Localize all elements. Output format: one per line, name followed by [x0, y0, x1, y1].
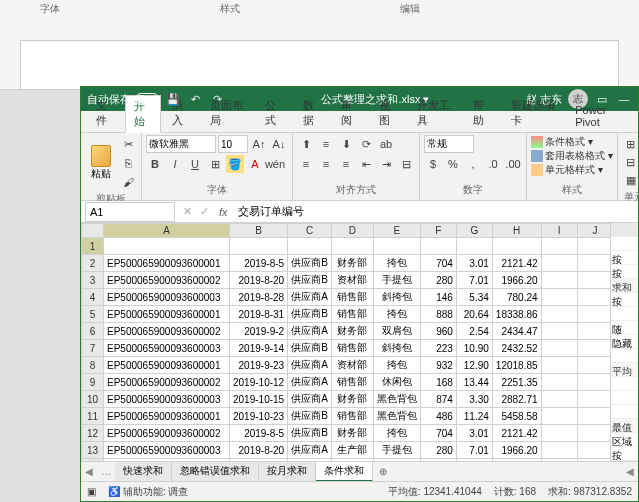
cell[interactable]: [577, 255, 613, 272]
cell[interactable]: 874: [420, 391, 456, 408]
cell[interactable]: [577, 306, 613, 323]
row-header-9[interactable]: 9: [82, 374, 104, 391]
cell[interactable]: 2019-8-28: [230, 289, 288, 306]
cell[interactable]: 704: [420, 255, 456, 272]
tab-公式[interactable]: 公式: [256, 94, 292, 132]
increase-font-icon[interactable]: A↑: [250, 135, 268, 153]
cell[interactable]: 供应商A: [288, 323, 332, 340]
sheet-tab-3[interactable]: 条件求和: [316, 462, 373, 482]
cell[interactable]: 2019-10-12: [230, 374, 288, 391]
align-left-icon[interactable]: ≡: [297, 155, 315, 173]
record-macro-icon[interactable]: ▣: [87, 486, 96, 497]
increase-decimal-icon[interactable]: .0: [484, 155, 502, 173]
col-header-F[interactable]: F: [420, 224, 456, 238]
cell[interactable]: 704: [420, 425, 456, 442]
comma-icon[interactable]: ,: [464, 155, 482, 173]
align-right-icon[interactable]: ≡: [337, 155, 355, 173]
row-header-12[interactable]: 12: [82, 425, 104, 442]
row-header-4[interactable]: 4: [82, 289, 104, 306]
cell[interactable]: 2121.42: [492, 255, 541, 272]
cell[interactable]: [541, 425, 577, 442]
cell[interactable]: 销售部: [331, 408, 373, 425]
col-header-G[interactable]: G: [456, 224, 492, 238]
cell[interactable]: 2434.47: [492, 323, 541, 340]
cell[interactable]: 7.01: [456, 272, 492, 289]
row-header-8[interactable]: 8: [82, 357, 104, 374]
cell[interactable]: 挎包: [373, 459, 420, 462]
cell[interactable]: 3.01: [456, 425, 492, 442]
cell[interactable]: 280: [420, 272, 456, 289]
indent-left-icon[interactable]: ⇤: [357, 155, 375, 173]
table-header-cell[interactable]: 部门: [331, 238, 373, 255]
cell[interactable]: 3.30: [456, 391, 492, 408]
sheet-tab-2[interactable]: 按月求和: [259, 462, 316, 482]
cell[interactable]: 供应商B: [288, 408, 332, 425]
cell[interactable]: [541, 272, 577, 289]
cell[interactable]: EP500065900093600001: [104, 408, 230, 425]
number-format-select[interactable]: [424, 135, 474, 153]
cell[interactable]: 13.44: [456, 374, 492, 391]
cell[interactable]: 12018.85: [492, 357, 541, 374]
cell[interactable]: EP500065900093600002: [104, 374, 230, 391]
cell[interactable]: 供应商B: [288, 272, 332, 289]
cell[interactable]: [541, 306, 577, 323]
cell[interactable]: 供应商A: [288, 459, 332, 462]
cell[interactable]: 斜挎包: [373, 340, 420, 357]
cell[interactable]: [577, 391, 613, 408]
cell[interactable]: EP500065900093600003: [104, 442, 230, 459]
cell[interactable]: 486: [420, 408, 456, 425]
table-header-cell[interactable]: 订购日期: [230, 238, 288, 255]
cell[interactable]: [577, 323, 613, 340]
cell[interactable]: 2019-8-31: [230, 306, 288, 323]
table-header-cell[interactable]: 交易订单编号: [104, 238, 230, 255]
cell[interactable]: 2019-10-23: [230, 408, 288, 425]
cell[interactable]: 挎包: [373, 306, 420, 323]
cell[interactable]: 1966.20: [492, 442, 541, 459]
cell[interactable]: [541, 442, 577, 459]
wrap-text-icon[interactable]: ab: [377, 135, 395, 153]
cell[interactable]: 2019-8-20: [230, 442, 288, 459]
cell[interactable]: 生产部: [331, 459, 373, 462]
cell[interactable]: 资材部: [331, 272, 373, 289]
table-header-cell[interactable]: 供应商: [288, 238, 332, 255]
tab-帮助[interactable]: 帮助: [464, 94, 500, 132]
cell[interactable]: 780.24: [492, 459, 541, 462]
cell[interactable]: 挎包: [373, 425, 420, 442]
add-sheet-button[interactable]: ⊕: [373, 466, 393, 477]
cell[interactable]: 18338.86: [492, 306, 541, 323]
table-header-cell[interactable]: 数量: [420, 238, 456, 255]
undo-icon[interactable]: ↶: [187, 91, 203, 107]
sheet-nav-more[interactable]: …: [97, 466, 115, 477]
cell[interactable]: [577, 374, 613, 391]
cell[interactable]: [541, 340, 577, 357]
cell[interactable]: 供应商B: [288, 340, 332, 357]
row-header-13[interactable]: 13: [82, 442, 104, 459]
cell[interactable]: EP500065900093600002: [104, 272, 230, 289]
cell-styles-button[interactable]: 单元格样式 ▾: [531, 163, 613, 177]
col-header-H[interactable]: H: [492, 224, 541, 238]
cell[interactable]: [541, 323, 577, 340]
row-header-11[interactable]: 11: [82, 408, 104, 425]
row-header-1[interactable]: 1: [82, 238, 104, 255]
tab-新建选项卡[interactable]: 新建选项卡: [502, 94, 565, 132]
tab-数据[interactable]: 数据: [294, 94, 330, 132]
cell[interactable]: EP500065900093600001: [104, 255, 230, 272]
cell[interactable]: 供应商A: [288, 374, 332, 391]
cell[interactable]: 休闲包: [373, 374, 420, 391]
cut-icon[interactable]: ✂: [119, 135, 137, 153]
format-cells-icon[interactable]: ▦: [622, 171, 639, 189]
cell[interactable]: [577, 408, 613, 425]
fill-color-button[interactable]: 🪣: [226, 155, 244, 173]
align-top-icon[interactable]: ⬆: [297, 135, 315, 153]
cell[interactable]: 黑色背包: [373, 391, 420, 408]
cell[interactable]: 2019-8-20: [230, 272, 288, 289]
cell[interactable]: 7.01: [456, 442, 492, 459]
col-header-A[interactable]: A: [104, 224, 230, 238]
underline-button[interactable]: U: [186, 155, 204, 173]
bold-button[interactable]: B: [146, 155, 164, 173]
cell[interactable]: 12.90: [456, 357, 492, 374]
cell[interactable]: 780.24: [492, 289, 541, 306]
indent-right-icon[interactable]: ⇥: [377, 155, 395, 173]
align-middle-icon[interactable]: ≡: [317, 135, 335, 153]
percent-icon[interactable]: %: [444, 155, 462, 173]
